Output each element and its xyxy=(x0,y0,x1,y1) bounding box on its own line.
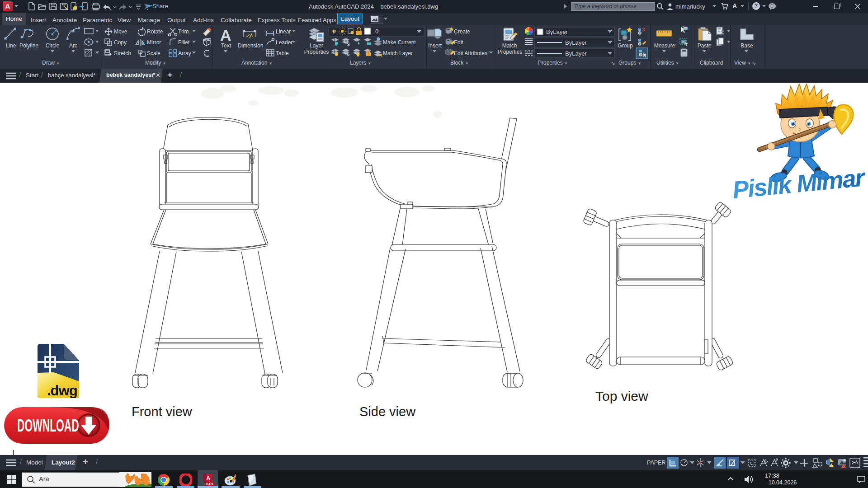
svg-text:.dwg: .dwg xyxy=(47,383,77,398)
svg-text:0: 0 xyxy=(375,28,378,35)
svg-text:Pislik Mimar: Pislik Mimar xyxy=(731,164,868,203)
svg-text:A: A xyxy=(206,475,211,482)
svg-text:DOWNLOAD: DOWNLOAD xyxy=(17,416,79,435)
svg-text:CAD: CAD xyxy=(206,482,213,486)
svg-text:A: A xyxy=(220,27,231,44)
svg-text:ByLayer: ByLayer xyxy=(565,39,587,46)
svg-text:ByLayer: ByLayer xyxy=(565,50,587,57)
svg-text:ByLayer: ByLayer xyxy=(546,28,568,35)
